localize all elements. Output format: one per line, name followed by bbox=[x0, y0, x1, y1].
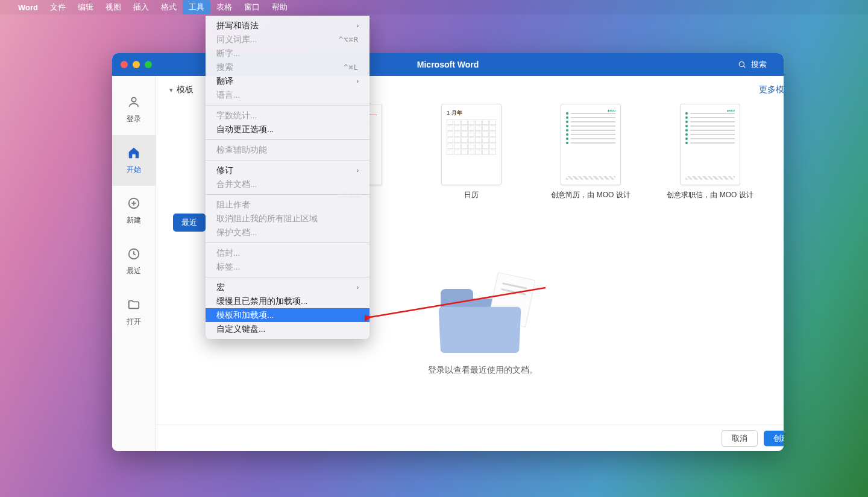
menu-item-label: 信封... bbox=[216, 248, 240, 259]
window-title: Microsoft Word bbox=[417, 60, 479, 69]
menubar-item-编辑[interactable]: 编辑 bbox=[72, 0, 99, 14]
menu-item[interactable]: 自动更正选项... bbox=[206, 122, 370, 136]
menu-item: 保护文档... bbox=[206, 226, 370, 239]
menubar-appname[interactable]: Word bbox=[12, 0, 44, 14]
clock-icon bbox=[127, 247, 140, 262]
sidebar-item-label: 新建 bbox=[127, 215, 141, 226]
menu-item[interactable]: 模板和加载项... bbox=[206, 308, 370, 322]
menu-item[interactable]: 自定义键盘... bbox=[206, 322, 370, 336]
menu-item[interactable]: 宏› bbox=[206, 280, 370, 294]
menu-item-label: 搜索 bbox=[216, 62, 233, 73]
sidebar-item-label: 打开 bbox=[127, 317, 141, 327]
svg-point-2 bbox=[131, 98, 136, 102]
sidebar-item-label: 最近 bbox=[127, 266, 141, 276]
menu-separator bbox=[206, 277, 370, 277]
menubar-item-插入[interactable]: 插入 bbox=[127, 0, 155, 14]
sidebar-item-plus[interactable]: 新建 bbox=[112, 186, 156, 236]
menu-item-label: 拼写和语法 bbox=[216, 21, 259, 31]
sidebar-item-folder[interactable]: 打开 bbox=[112, 287, 156, 338]
menubar-item-文件[interactable]: 文件 bbox=[44, 0, 72, 14]
templates-header: 模板 bbox=[177, 84, 193, 95]
template-item[interactable]: ◆MOO创意简历，由 MOO 设计 bbox=[546, 104, 636, 200]
create-button[interactable]: 创建 bbox=[764, 431, 784, 446]
more-templates-link[interactable]: 更多模板 bbox=[759, 84, 784, 95]
menu-item: 字数统计... bbox=[206, 109, 370, 122]
menu-item-label: 自动更正选项... bbox=[216, 124, 274, 135]
menu-item: 信封... bbox=[206, 246, 370, 260]
empty-folder-icon bbox=[435, 280, 531, 353]
template-thumbnail: ◆MOO bbox=[680, 104, 740, 185]
search-icon bbox=[738, 60, 746, 69]
template-label: 创意求职信，由 MOO 设计 bbox=[667, 190, 753, 200]
menu-item-label: 缓慢且已禁用的加载项... bbox=[216, 296, 307, 307]
template-thumbnail: ◆MOO bbox=[561, 104, 621, 185]
chevron-right-icon: › bbox=[357, 22, 359, 29]
menubar-item-视图[interactable]: 视图 bbox=[99, 0, 127, 14]
menu-item-label: 合并文档... bbox=[216, 179, 257, 190]
zoom-window-button[interactable] bbox=[145, 61, 152, 68]
close-window-button[interactable] bbox=[121, 61, 128, 68]
menu-item[interactable]: 翻译› bbox=[206, 74, 370, 88]
empty-message: 登录以查看最近使用的文档。 bbox=[428, 365, 538, 376]
menu-item: 阻止作者 bbox=[206, 198, 370, 212]
sidebar-item-label: 登录 bbox=[127, 114, 141, 124]
minimize-window-button[interactable] bbox=[133, 61, 140, 68]
menu-item-label: 字数统计... bbox=[216, 110, 257, 121]
search-placeholder: 搜索 bbox=[751, 59, 767, 70]
menu-item-label: 取消阻止我的所有阻止区域 bbox=[216, 214, 318, 224]
sidebar-item-clock[interactable]: 最近 bbox=[112, 236, 156, 287]
svg-point-0 bbox=[739, 62, 744, 66]
menu-item-label: 阻止作者 bbox=[216, 200, 250, 211]
menu-item-label: 宏 bbox=[216, 282, 225, 293]
template-thumbnail: 1 月年 bbox=[441, 104, 502, 185]
menu-item: 标签... bbox=[206, 260, 370, 274]
menu-item[interactable]: 缓慢且已禁用的加载项... bbox=[206, 294, 370, 308]
menu-item-label: 语言... bbox=[216, 90, 240, 101]
menu-separator bbox=[206, 194, 370, 195]
menu-item-label: 保护文档... bbox=[216, 227, 257, 238]
menu-item-label: 翻译 bbox=[216, 76, 233, 87]
sidebar-item-home[interactable]: 开始 bbox=[112, 135, 156, 186]
menu-item-label: 自定义键盘... bbox=[216, 324, 265, 335]
person-icon bbox=[127, 95, 140, 110]
menubar-item-格式[interactable]: 格式 bbox=[155, 0, 183, 14]
cancel-button[interactable]: 取消 bbox=[722, 430, 758, 447]
tools-dropdown-menu: 拼写和语法›同义词库...^⌥⌘R断字...搜索^⌘L翻译›语言...字数统计.… bbox=[206, 16, 370, 339]
macos-menubar: Word 文件编辑视图插入格式工具表格窗口帮助 bbox=[0, 0, 868, 14]
menu-separator bbox=[206, 105, 370, 106]
menu-shortcut: ^⌘L bbox=[344, 63, 359, 72]
menu-item-label: 模板和加载项... bbox=[216, 310, 274, 321]
footer-buttons: 取消 创建 bbox=[156, 425, 784, 451]
menu-item: 搜索^⌘L bbox=[206, 60, 370, 74]
sidebar: 登录开始新建最近打开 bbox=[112, 76, 156, 451]
sidebar-item-label: 开始 bbox=[127, 165, 141, 175]
menu-item: 同义词库...^⌥⌘R bbox=[206, 33, 370, 46]
folder-icon bbox=[127, 298, 140, 313]
menu-item: 检查辅助功能 bbox=[206, 143, 370, 157]
menu-shortcut: ^⌥⌘R bbox=[339, 36, 359, 44]
menu-item-label: 同义词库... bbox=[216, 34, 257, 45]
template-item[interactable]: 1 月年日历 bbox=[426, 104, 517, 200]
menubar-item-窗口[interactable]: 窗口 bbox=[238, 0, 266, 14]
menu-item: 取消阻止我的所有阻止区域 bbox=[206, 212, 370, 226]
menu-item-label: 检查辅助功能 bbox=[216, 145, 267, 156]
menu-item[interactable]: 修订› bbox=[206, 163, 370, 177]
menu-separator bbox=[206, 139, 370, 140]
menubar-item-帮助[interactable]: 帮助 bbox=[266, 0, 294, 14]
menu-item: 断字... bbox=[206, 46, 370, 60]
menubar-item-工具[interactable]: 工具 bbox=[183, 0, 210, 14]
chevron-down-icon[interactable]: ▾ bbox=[169, 86, 173, 94]
template-item[interactable]: ◆MOO创意求职信，由 MOO 设计 bbox=[665, 104, 755, 200]
recent-tab[interactable]: 最近 bbox=[173, 214, 206, 232]
menu-item[interactable]: 拼写和语法› bbox=[206, 19, 370, 33]
window-controls bbox=[121, 61, 152, 68]
menubar-item-表格[interactable]: 表格 bbox=[210, 0, 238, 14]
search-field[interactable]: 搜索 bbox=[738, 59, 767, 70]
chevron-right-icon: › bbox=[357, 78, 359, 84]
menu-separator bbox=[206, 160, 370, 160]
menu-item-label: 修订 bbox=[216, 165, 233, 176]
menu-separator bbox=[206, 242, 370, 243]
sidebar-item-person[interactable]: 登录 bbox=[112, 84, 156, 135]
svg-line-1 bbox=[744, 66, 746, 68]
plus-icon bbox=[127, 197, 140, 212]
